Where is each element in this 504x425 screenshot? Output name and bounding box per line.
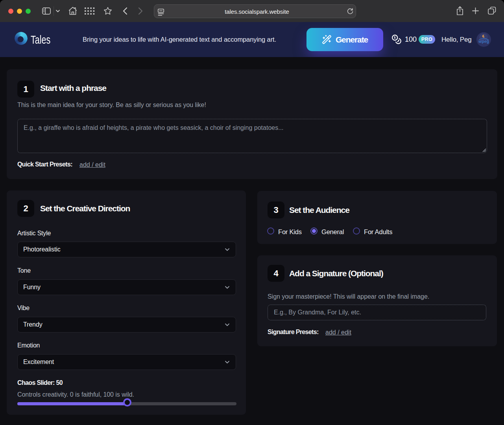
svg-text:wpeg: wpeg — [478, 39, 489, 44]
